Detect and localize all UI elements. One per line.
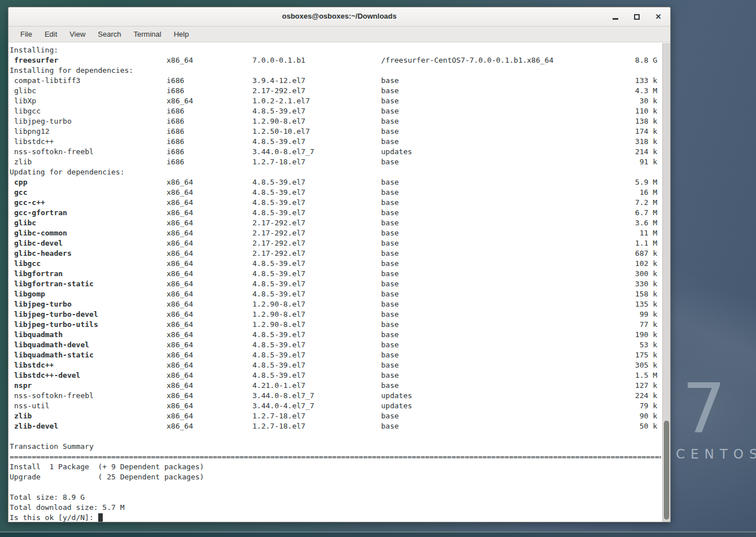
package-name: libjpeg-turbo	[14, 116, 72, 126]
text-row: Total download size: 5.7 M	[10, 503, 661, 513]
package-arch: x86_64	[167, 208, 193, 218]
scrollbar-thumb[interactable]	[664, 421, 669, 519]
package-arch: x86_64	[167, 421, 193, 431]
package-name: libstdc++	[14, 137, 54, 147]
terminal-text: Total size: 8.9 G	[10, 493, 85, 501]
package-row: zlib-develx86_641.2.7-18.el7base50 k	[10, 421, 661, 431]
package-name: libquadmath-devel	[14, 340, 89, 350]
package-row: gcc-gfortranx86_644.8.5-39.el7base6.7 M	[10, 208, 661, 218]
package-row: glibci6862.17-292.el7base4.3 M	[10, 86, 661, 96]
package-size: 11 M	[640, 228, 657, 238]
package-version: 2.17-292.el7	[252, 228, 305, 238]
package-size: 8.8 G	[635, 55, 657, 66]
package-row: compat-libtiff3i6863.9.4-12.el7base133 k	[10, 76, 661, 86]
package-size: 300 k	[635, 269, 657, 279]
package-repo: base	[381, 309, 399, 320]
package-row: glibc-develx86_642.17-292.el7base1.1 M	[10, 238, 661, 248]
menu-bar: File Edit View Search Terminal Help	[8, 27, 670, 42]
package-arch: x86_64	[167, 330, 193, 340]
package-name: cpp	[14, 177, 27, 187]
minimize-button[interactable]	[610, 12, 620, 22]
terminal-content[interactable]: Installing:freesurferx86_647.0.0-0.1.b1/…	[8, 43, 670, 522]
package-repo: base	[381, 187, 399, 198]
package-repo: base	[381, 259, 399, 269]
package-version: 1.2.7-18.el7	[252, 421, 305, 431]
package-size: 99 k	[640, 309, 657, 320]
close-icon: ✕	[656, 13, 662, 20]
package-row: zlibi6861.2.7-18.el7base91 k	[10, 157, 661, 167]
package-size: 30 k	[640, 96, 657, 106]
package-arch: i686	[167, 116, 184, 126]
package-size: 4.3 M	[635, 86, 657, 96]
package-repo: base	[381, 238, 399, 248]
package-name: libpng12	[14, 126, 50, 137]
menu-item-file[interactable]: File	[14, 27, 38, 42]
section-header-row: Transaction Summary	[10, 442, 661, 452]
package-arch: x86_64	[167, 218, 193, 228]
section-header: Installing:	[10, 46, 58, 54]
package-size: 158 k	[635, 289, 657, 299]
package-name: gcc-gfortran	[14, 208, 67, 218]
package-name: libgfortran-static	[14, 279, 94, 289]
menu-item-edit[interactable]: Edit	[38, 27, 63, 42]
package-row: libquadmath-develx86_644.8.5-39.el7base5…	[10, 340, 661, 350]
package-row: glibc-commonx86_642.17-292.el7base11 M	[10, 228, 661, 238]
package-repo: base	[381, 208, 399, 218]
package-arch: i686	[167, 106, 184, 116]
package-repo: base	[381, 381, 399, 391]
scrollbar[interactable]	[662, 43, 670, 522]
package-arch: i686	[167, 137, 184, 147]
package-repo: base	[381, 320, 399, 330]
package-row: glibcx86_642.17-292.el7base3.6 M	[10, 218, 661, 228]
package-arch: x86_64	[167, 187, 193, 198]
package-arch: x86_64	[167, 248, 193, 259]
package-name: zlib	[14, 411, 32, 421]
centos-7-logo: 7	[682, 374, 726, 443]
close-button[interactable]: ✕	[653, 12, 663, 22]
package-version: 2.17-292.el7	[252, 218, 305, 228]
package-size: 79 k	[640, 401, 657, 411]
text-row: Upgrade ( 25 Dependent packages)	[10, 472, 661, 482]
package-name: freesurfer	[14, 55, 58, 66]
menu-item-terminal[interactable]: Terminal	[128, 27, 168, 42]
package-row: zlibx86_641.2.7-18.el7base90 k	[10, 411, 661, 421]
package-version: 4.8.5-39.el7	[252, 198, 305, 208]
package-arch: x86_64	[167, 350, 193, 360]
package-version: 4.8.5-39.el7	[252, 137, 305, 147]
package-version: 3.44.0-8.el7_7	[252, 391, 314, 401]
package-name: compat-libtiff3	[14, 76, 80, 86]
package-repo: base	[381, 299, 399, 309]
maximize-icon	[634, 14, 640, 20]
package-version: 1.2.90-8.el7	[252, 299, 305, 309]
package-version: 1.2.90-8.el7	[252, 116, 305, 126]
menu-item-search[interactable]: Search	[91, 27, 127, 42]
package-version: 4.8.5-39.el7	[252, 340, 305, 350]
package-size: 53 k	[640, 340, 657, 350]
centos-wordmark: CENTOS	[676, 447, 756, 461]
package-size: 5.9 M	[635, 177, 657, 187]
package-name: nss-util	[14, 401, 50, 411]
window-titlebar[interactable]: osboxes@osboxes:~/Downloads ✕	[8, 7, 670, 27]
menu-item-help[interactable]: Help	[168, 27, 195, 42]
package-row: libstdc++x86_644.8.5-39.el7base305 k	[10, 360, 661, 370]
package-name: libgcc	[14, 259, 41, 269]
package-size: 135 k	[635, 299, 657, 309]
package-row: libstdc++i6864.8.5-39.el7base318 k	[10, 137, 661, 147]
package-name: gcc-c++	[14, 198, 45, 208]
package-version: 4.8.5-39.el7	[252, 259, 305, 269]
package-size: 214 k	[635, 147, 657, 157]
package-repo: updates	[381, 147, 412, 157]
menu-item-view[interactable]: View	[63, 27, 91, 42]
package-size: 318 k	[635, 137, 657, 147]
terminal-text: Upgrade ( 25 Dependent packages)	[10, 473, 204, 481]
package-row: nss-softokn-freebli6863.44.0-8.el7_7upda…	[10, 147, 661, 157]
package-version: 7.0.0-0.1.b1	[252, 55, 305, 66]
package-arch: x86_64	[167, 289, 193, 299]
package-version: 1.0.2-2.1.el7	[252, 96, 310, 106]
package-name: libquadmath	[14, 330, 63, 340]
maximize-button[interactable]	[632, 12, 642, 22]
package-row: gcc-c++x86_644.8.5-39.el7base7.2 M	[10, 198, 661, 208]
package-size: 16 M	[640, 187, 657, 198]
package-name: libgfortran	[14, 269, 63, 279]
section-header-row: Installing:	[10, 45, 661, 55]
